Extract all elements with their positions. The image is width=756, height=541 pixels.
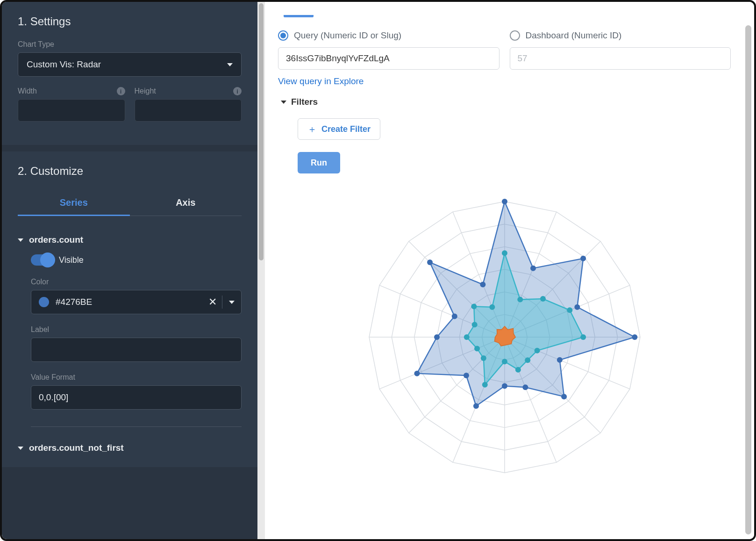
svg-point-40 xyxy=(502,250,507,256)
label-input[interactable] xyxy=(31,338,242,362)
query-radio-label: Query (Numeric ID or Slug) xyxy=(294,30,401,41)
dashboard-source-radio[interactable]: Dashboard (Numeric ID) xyxy=(510,30,731,41)
plus-icon: ＋ xyxy=(307,123,317,136)
query-id-input[interactable] xyxy=(278,47,499,70)
customize-title: 2. Customize xyxy=(18,165,242,178)
svg-point-36 xyxy=(451,314,457,319)
svg-point-46 xyxy=(525,357,530,363)
caret-down-icon xyxy=(18,238,23,242)
query-source-radio[interactable]: Query (Numeric ID or Slug) xyxy=(278,30,499,41)
chevron-down-icon xyxy=(229,301,235,304)
svg-point-45 xyxy=(534,348,540,353)
color-label: Color xyxy=(31,278,242,286)
color-swatch xyxy=(39,297,49,307)
run-label: Run xyxy=(311,158,327,168)
customize-tabs: Series Axis xyxy=(18,190,242,216)
svg-point-29 xyxy=(561,394,567,399)
create-filter-button[interactable]: ＋ Create Filter xyxy=(298,118,380,140)
caret-down-icon xyxy=(281,101,286,104)
radio-query[interactable] xyxy=(278,30,288,41)
view-in-explore-link[interactable]: View query in Explore xyxy=(278,76,364,87)
filters-toggle[interactable]: Filters xyxy=(281,97,731,107)
color-dropdown-toggle[interactable] xyxy=(222,301,241,304)
dashboard-id-input[interactable] xyxy=(510,47,731,70)
settings-section: 1. Settings Chart Type Custom Vis: Radar… xyxy=(2,2,257,145)
filters-title: Filters xyxy=(291,97,318,107)
sidebar: 1. Settings Chart Type Custom Vis: Radar… xyxy=(2,2,265,539)
svg-point-54 xyxy=(471,303,477,309)
run-button[interactable]: Run xyxy=(298,152,340,173)
dashboard-radio-label: Dashboard (Numeric ID) xyxy=(526,30,622,41)
width-label: Width xyxy=(18,87,37,95)
switch-knob xyxy=(40,252,55,267)
radio-dashboard[interactable] xyxy=(510,30,520,41)
create-filter-label: Create Filter xyxy=(321,124,371,134)
svg-point-48 xyxy=(502,359,507,364)
chart-type-label: Chart Type xyxy=(18,40,242,49)
svg-point-37 xyxy=(427,260,433,265)
svg-point-31 xyxy=(502,383,507,389)
svg-point-28 xyxy=(556,357,562,363)
customize-section: 2. Customize Series Axis orders.count xyxy=(2,151,257,467)
main-scrollbar[interactable] xyxy=(745,25,751,534)
value-format-input[interactable] xyxy=(31,385,242,410)
chart-type-select[interactable]: Custom Vis: Radar xyxy=(18,52,242,77)
svg-point-55 xyxy=(489,304,495,310)
svg-point-23 xyxy=(502,199,507,204)
series-name: orders.count_not_first xyxy=(29,443,124,453)
svg-point-33 xyxy=(463,373,469,378)
color-select[interactable]: #4276BE ✕ xyxy=(31,290,242,314)
sidebar-scrollbar[interactable] xyxy=(257,2,265,539)
series-name: orders.count xyxy=(29,235,83,245)
scrollbar-thumb[interactable] xyxy=(745,25,751,534)
svg-point-47 xyxy=(515,367,521,373)
tab-series[interactable]: Series xyxy=(18,190,130,216)
svg-point-32 xyxy=(473,403,478,409)
svg-point-50 xyxy=(480,355,486,361)
svg-point-41 xyxy=(517,297,523,303)
svg-point-35 xyxy=(434,334,440,340)
svg-point-24 xyxy=(530,266,536,271)
svg-point-53 xyxy=(471,322,477,327)
svg-point-52 xyxy=(464,334,469,340)
series-item: orders.count Visible Color xyxy=(18,235,242,427)
svg-point-44 xyxy=(580,334,586,340)
svg-point-27 xyxy=(632,334,637,340)
radar-chart xyxy=(278,188,731,487)
series-item: orders.count_not_first xyxy=(18,443,242,453)
radio-dot-icon xyxy=(280,33,286,38)
divider xyxy=(31,426,242,427)
info-icon[interactable]: i xyxy=(233,87,242,95)
visible-label: Visible xyxy=(59,255,84,265)
info-icon[interactable]: i xyxy=(117,87,125,95)
chevron-down-icon xyxy=(227,63,233,66)
svg-point-49 xyxy=(482,382,487,388)
svg-point-25 xyxy=(580,256,586,261)
chart-type-value: Custom Vis: Radar xyxy=(27,59,101,70)
series-toggle[interactable]: orders.count xyxy=(18,235,242,245)
active-tab-indicator xyxy=(284,15,314,17)
svg-point-42 xyxy=(540,296,546,302)
height-input[interactable] xyxy=(135,99,242,122)
color-value: #4276BE xyxy=(56,297,203,307)
width-input[interactable] xyxy=(18,99,125,122)
height-label: Height xyxy=(135,87,156,95)
svg-point-38 xyxy=(480,281,485,287)
series-toggle[interactable]: orders.count_not_first xyxy=(18,443,242,453)
svg-point-26 xyxy=(574,304,580,310)
svg-point-30 xyxy=(522,384,528,390)
app-frame: 1. Settings Chart Type Custom Vis: Radar… xyxy=(0,0,756,541)
main-panel: Query (Numeric ID or Slug) Dashboard (Nu… xyxy=(265,2,754,539)
settings-title: 1. Settings xyxy=(18,15,242,28)
caret-down-icon xyxy=(18,447,23,450)
value-format-label: Value Format xyxy=(31,373,242,382)
svg-point-43 xyxy=(567,307,572,313)
clear-icon[interactable]: ✕ xyxy=(203,296,222,308)
visible-toggle[interactable] xyxy=(31,254,52,266)
scrollbar-thumb[interactable] xyxy=(259,3,264,260)
svg-point-51 xyxy=(474,346,480,351)
svg-point-34 xyxy=(414,371,420,376)
label-label: Label xyxy=(31,325,242,334)
tab-axis[interactable]: Axis xyxy=(130,190,242,216)
